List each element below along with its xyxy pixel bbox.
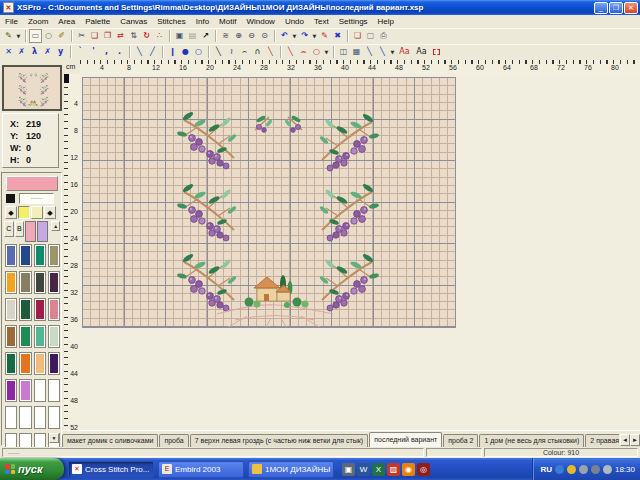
stitch-quarter-3-button[interactable]: , [100,45,113,59]
select-lasso-button[interactable]: ○ [42,29,55,43]
palette-swatch[interactable] [48,244,60,267]
backstitch-part-button[interactable]: ≀ [225,45,238,59]
undo-button[interactable]: ↶ [278,29,291,43]
floss-thread-button[interactable]: ≋ [219,29,232,43]
palette-swatch[interactable] [48,298,60,321]
palette-c-button[interactable]: C [4,221,14,237]
view-page-button[interactable]: ▤ [186,29,199,43]
text-tool-red-button[interactable]: Aa [396,45,413,59]
pattern-workspace[interactable] [80,74,640,430]
palette-swatch[interactable] [19,352,31,375]
select-motif-button[interactable] [430,45,443,59]
palette-scroll-up-button[interactable]: ▲ [51,221,60,231]
palette-swatch[interactable] [19,298,31,321]
import-page-button[interactable]: ⎙ [377,29,390,43]
line-thick-1-button[interactable]: ╲ [363,45,376,59]
menu-item-settings[interactable]: Settings [334,17,373,26]
menu-item-help[interactable]: Help [373,17,399,26]
palette-swatch[interactable] [34,379,46,402]
palette-swatch[interactable] [34,244,46,267]
palette-swatch[interactable] [5,325,17,348]
taskbar-task-0[interactable]: ✕Cross Stitch Pro... [68,461,154,478]
pattern-tab-1[interactable]: проба [159,434,188,447]
pattern-tab-3[interactable]: последний вариант [369,432,442,447]
pattern-tab-2[interactable]: 7 верхн левая гроздь (с частью ниж ветки… [190,434,368,447]
paint-icon[interactable]: ▨ [387,463,400,476]
zoom-actual-button[interactable]: ⊙ [258,29,271,43]
stitch-full-cross-button[interactable]: ✕ [2,45,15,59]
minimize-button[interactable]: _ [594,2,608,14]
view-screen-button[interactable]: ▣ [173,29,186,43]
tray-icon-3[interactable] [591,465,600,474]
media-icon[interactable]: ▣ [342,463,355,476]
palette-swatch[interactable] [48,406,60,429]
taskbar-task-1[interactable]: EEmbird 2003 [158,461,244,478]
palette-swatch[interactable] [19,325,31,348]
paste-button[interactable]: ❐ [101,29,114,43]
copy-page-button[interactable]: ❏ [351,29,364,43]
palette-swatch[interactable] [34,298,46,321]
palette-swatch[interactable] [19,271,31,294]
maximize-button[interactable]: ❐ [609,2,623,14]
menu-item-motif[interactable]: Motif [214,17,241,26]
palette-swatch[interactable] [48,271,60,294]
palette-swatch[interactable] [48,325,60,348]
palette-swatch[interactable] [5,352,17,375]
zoom-in-button[interactable]: ⊕ [232,29,245,43]
stitch-quarter-4-button[interactable]: . [113,45,126,59]
excel-icon[interactable]: X [372,463,385,476]
bead-solid-button[interactable]: ● [179,45,192,59]
palette-swatch[interactable] [34,325,46,348]
text-tool-black-button[interactable]: Aa [413,45,430,59]
bead-outline-button[interactable]: ○ [192,45,205,59]
start-button[interactable]: пуск [0,458,64,480]
line-dropdown[interactable]: ▼ [389,45,396,59]
menu-item-undo[interactable]: Undo [280,17,309,26]
yellow-symbol-button[interactable] [31,206,43,219]
backstitch-red-thin-button[interactable]: ╲ [264,45,277,59]
copy-button[interactable]: ❏ [88,29,101,43]
palette-swatch[interactable] [34,271,46,294]
palette-tall-swatch[interactable] [37,221,48,242]
diamond-symbol-button[interactable]: ◆ [44,206,56,219]
taskbar-task-2[interactable]: 1МОИ ДИЗАЙНЫ [248,461,334,478]
palette-swatch[interactable] [19,244,31,267]
cut-button[interactable]: ✂ [75,29,88,43]
stitch-half-back-button[interactable]: ╲ [133,45,146,59]
tray-icon-2[interactable] [579,465,588,474]
curve-red-button[interactable]: ⌢ [297,45,310,59]
line-thick-2-button[interactable]: ╲ [376,45,389,59]
stitch-half-1-button[interactable]: λ [28,45,41,59]
palette-tall-swatch[interactable] [25,221,36,242]
palette-b-button[interactable]: B [15,221,25,237]
palette-swatch[interactable] [5,298,17,321]
stitch-grid-canvas[interactable] [82,77,456,328]
stitch-half-fwd-button[interactable]: ╱ [146,45,159,59]
palette-swatch[interactable] [34,352,46,375]
menu-item-text[interactable]: Text [309,17,334,26]
redo-button[interactable]: ↷ [298,29,311,43]
tray-icon-0[interactable] [555,465,564,474]
palette-swatch[interactable] [48,352,60,375]
language-indicator[interactable]: RU [540,465,552,474]
palette-swatch[interactable] [34,406,46,429]
pattern-tab-0[interactable]: макет домик с оливочками [62,434,158,447]
nudge-selection-button[interactable]: ∴ [153,29,166,43]
palette-swatch[interactable] [19,406,31,429]
blank-page-button[interactable]: ▢ [364,29,377,43]
palette-swatch[interactable] [5,244,17,267]
yellow-symbol-button[interactable] [18,206,30,219]
move-selection-button[interactable]: ⇄ [114,29,127,43]
select-brush-button[interactable]: ✐ [55,29,68,43]
close-button[interactable]: ✕ [624,2,638,14]
pointer-button[interactable]: ↗ [199,29,212,43]
circle-red-button[interactable]: ○ [310,45,323,59]
zoom-out-button[interactable]: ⊖ [245,29,258,43]
menu-item-info[interactable]: Info [191,17,214,26]
word-icon[interactable]: W [357,463,370,476]
tray-icon-4[interactable] [603,465,612,474]
menu-item-zoom[interactable]: Zoom [23,17,53,26]
backstitch-black-button[interactable]: ╲ [212,45,225,59]
edit-pen-button[interactable]: ✎ [318,29,331,43]
tab-scroll-left-button[interactable]: ◄ [620,434,630,446]
